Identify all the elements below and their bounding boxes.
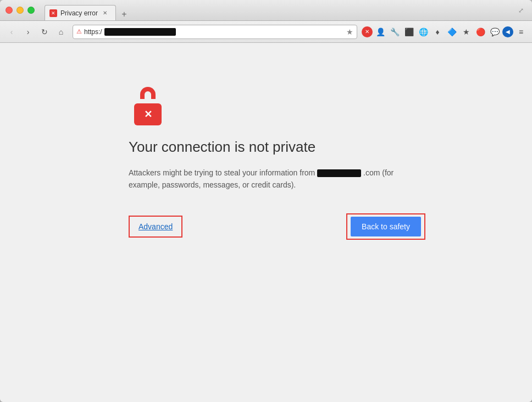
browser-window: ✕ Privacy error ✕ + ⤢ ‹ › ↻ ⌂ ⚠ https:/ … [0,0,532,402]
toolbar-icon-9[interactable]: 🔴 [474,25,487,38]
navbar: ‹ › ↻ ⌂ ⚠ https:/ ★ ✕ 👤 🔧 ⬛ 🌐 ♦ 🔷 ★ 🔴 💬 … [0,21,532,43]
tab-bar: ✕ Privacy error ✕ + [45,0,130,20]
address-bar[interactable]: ⚠ https:/ ★ [73,25,357,39]
error-container: ✕ Your connection is not private Attacke… [107,87,425,240]
address-text: https:/ [84,28,102,36]
error-heading: Your connection is not private [129,139,315,156]
toolbar-icon-2[interactable]: 👤 [374,25,387,38]
toolbar-icons: ✕ 👤 🔧 ⬛ 🌐 ♦ 🔷 ★ 🔴 💬 ◀ ≡ [362,25,528,38]
security-warning-icon: ⚠ [76,28,82,35]
toolbar-icon-11[interactable]: ◀ [502,26,513,37]
back-button[interactable]: ‹ [4,25,19,39]
page-content: ✕ Your connection is not private Attacke… [0,43,532,402]
menu-button[interactable]: ≡ [514,25,528,38]
toolbar-icon-10[interactable]: 💬 [488,25,501,38]
traffic-lights [5,7,35,14]
back-to-safety-button[interactable]: Back to safety [351,217,421,236]
buttons-row: Advanced Back to safety [129,213,447,240]
lock-icon: ✕ [129,87,167,125]
error-body: Attackers might be trying to steal your … [129,167,403,191]
address-redacted [104,28,176,36]
maximize-button[interactable] [27,7,35,14]
toolbar-icon-1[interactable]: ✕ [362,26,373,37]
tab-title: Privacy error [60,9,98,17]
back-to-safety-button-wrap: Back to safety [346,213,425,240]
toolbar-icon-5[interactable]: 🌐 [417,25,430,38]
resize-icon: ⤢ [516,5,527,16]
toolbar-icon-8[interactable]: ★ [459,25,473,38]
toolbar-icon-7[interactable]: 🔷 [445,25,458,38]
redacted-domain [317,169,361,177]
toolbar-icon-6[interactable]: ♦ [431,25,444,38]
tab-favicon-icon: ✕ [51,10,56,16]
advanced-button-wrap: Advanced [129,216,182,238]
home-button[interactable]: ⌂ [54,25,68,39]
lock-body: ✕ [134,103,162,125]
toolbar-icon-4[interactable]: ⬛ [402,25,415,38]
forward-button[interactable]: › [21,25,35,39]
advanced-button[interactable]: Advanced [133,219,178,234]
lock-shackle [140,87,156,99]
minimize-button[interactable] [16,7,24,14]
lock-icon-wrap: ✕ [129,87,167,125]
titlebar: ✕ Privacy error ✕ + ⤢ [0,0,532,21]
error-body-before: Attackers might be trying to steal your … [129,168,315,177]
bookmark-star-icon[interactable]: ★ [346,27,353,36]
tab-close-button[interactable]: ✕ [101,9,109,17]
close-button[interactable] [5,7,13,14]
active-tab[interactable]: ✕ Privacy error ✕ [45,5,116,20]
tab-favicon: ✕ [49,9,57,17]
toolbar-icon-3[interactable]: 🔧 [388,25,401,38]
lock-x-icon: ✕ [144,109,152,119]
reload-button[interactable]: ↻ [37,25,52,39]
new-tab-button[interactable]: + [118,8,130,20]
